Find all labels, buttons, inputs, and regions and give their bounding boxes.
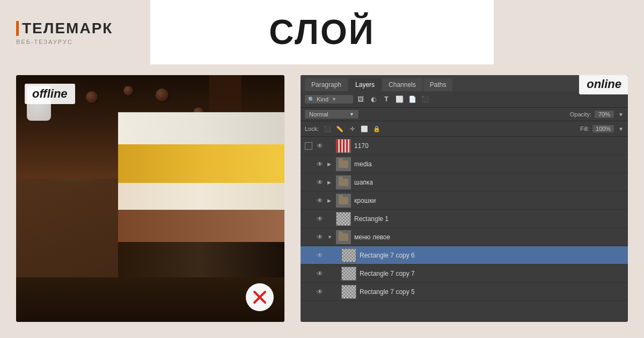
layer-name-rect7c7: Rectangle 7 copy 7 — [360, 270, 624, 277]
layer-row-media[interactable]: 👁 ▶ media — [301, 155, 628, 173]
tab-channels[interactable]: Channels — [382, 78, 422, 91]
cake-plate — [16, 277, 284, 322]
layer-thumb-media — [336, 157, 351, 171]
layer-thumb-1170 — [336, 139, 351, 153]
layer-expand-shapka[interactable]: ▶ — [327, 180, 333, 185]
layer-name-menu-left: меню левое — [354, 233, 624, 241]
lock-pixels-btn[interactable]: ✏️ — [334, 123, 345, 134]
logo-subtitle: ВЕБ-ТЕЗАУРУС — [16, 39, 123, 45]
cake-image — [16, 75, 284, 322]
cake-layer-cream — [118, 183, 284, 210]
kind-search-box[interactable]: 🔍 Kind ▼ — [305, 95, 353, 104]
layers-list: 👁 1170 👁 ▶ media 👁 ▶ — [301, 137, 628, 301]
logo-title: ТЕЛЕМАРК — [22, 20, 113, 37]
layer-row-menu-left[interactable]: 👁 ▼ меню левое — [301, 228, 628, 246]
ps-panel: online Paragraph Layers Channels Paths 🔍… — [301, 75, 628, 322]
layer-row-shapka[interactable]: 👁 ▶ шапка — [301, 173, 628, 192]
choc-ball-1 — [86, 91, 98, 103]
folder-icon-media — [339, 160, 348, 168]
layer-visibility-1170[interactable]: 👁 — [316, 142, 324, 150]
logo-section: ТЕЛЕМАРК ВЕБ-ТЕЗАУРУС — [0, 0, 140, 64]
layer-name-1170: 1170 — [354, 142, 624, 150]
cake-layer-brown — [118, 210, 284, 242]
center-title-section: СЛОЙ — [150, 0, 494, 64]
layer-icon-adjust[interactable]: ◐ — [368, 94, 379, 105]
layer-visibility-kroshki[interactable]: 👁 — [316, 196, 324, 205]
blend-dropdown-arrow: ▼ — [349, 112, 354, 117]
cake-layer-white — [118, 112, 284, 144]
online-badge: online — [579, 75, 628, 94]
fill-label: Fill: — [580, 126, 589, 132]
logo-accent-bar — [16, 21, 19, 36]
layer-expand-menu-left[interactable]: ▼ — [327, 234, 333, 240]
lock-label: Lock: — [305, 126, 319, 132]
cake-layer-yellow — [118, 144, 284, 183]
layer-row-rect7c7[interactable]: 👁 Rectangle 7 copy 7 — [301, 264, 628, 283]
lock-transparent-btn[interactable]: ⬛ — [322, 123, 333, 134]
lock-position-btn[interactable]: ✛ — [347, 123, 357, 134]
cake-cross-section — [118, 112, 284, 290]
ps-toolbar-row2: Normal ▼ Opacity: 70% ▼ — [301, 108, 628, 121]
layer-row-rect1[interactable]: 👁 Rectangle 1 — [301, 210, 628, 228]
main-content: offline online Paragraph Layers Channels… — [0, 64, 644, 338]
tab-paths[interactable]: Paths — [423, 78, 453, 91]
tab-paragraph[interactable]: Paragraph — [305, 78, 348, 91]
layer-thumb-shapka — [336, 175, 351, 189]
lock-artboard-btn[interactable]: ⬜ — [359, 123, 370, 134]
blend-mode-dropdown[interactable]: Normal ▼ — [305, 110, 358, 119]
choc-ball-2 — [123, 86, 133, 95]
layer-row-rect7c6[interactable]: 👁 Rectangle 7 copy 6 — [301, 246, 628, 264]
layer-expand-media[interactable]: ▶ — [327, 161, 333, 167]
layer-row-1170[interactable]: 👁 1170 — [301, 137, 628, 155]
center-title: СЛОЙ — [269, 12, 375, 52]
layer-visibility-rect7c5[interactable]: 👁 — [316, 288, 324, 296]
layer-row-kroshki[interactable]: 👁 ▶ крошки — [301, 192, 628, 210]
choc-ball-3 — [156, 89, 169, 101]
layer-icon-type[interactable]: T — [381, 94, 392, 105]
layer-icon-image[interactable]: 🖼 — [355, 94, 366, 105]
x-icon — [252, 289, 268, 305]
layer-thumb-rect7c7 — [341, 267, 356, 281]
layer-name-shapka: шапка — [354, 179, 624, 186]
top-bar: ТЕЛЕМАРК ВЕБ-ТЕЗАУРУС СЛОЙ — [0, 0, 644, 64]
layer-visibility-media[interactable]: 👁 — [316, 160, 324, 168]
layer-visibility-rect7c6[interactable]: 👁 — [316, 251, 324, 260]
tab-layers[interactable]: Layers — [349, 78, 381, 91]
layer-row-rect7c5[interactable]: 👁 Rectangle 7 copy 5 — [301, 283, 628, 301]
layer-name-rect7c5: Rectangle 7 copy 5 — [360, 288, 624, 296]
fill-dropdown-arrow: ▼ — [618, 126, 624, 132]
ps-toolbar-row3: Lock: ⬛ ✏️ ✛ ⬜ 🔒 Fill: 100% ▼ — [301, 121, 628, 137]
layer-name-rect1: Rectangle 1 — [354, 215, 624, 223]
layer-visibility-rect7c7[interactable]: 👁 — [316, 269, 324, 278]
offline-badge: offline — [25, 84, 75, 104]
cross-mark — [246, 283, 274, 311]
layer-thumb-rect7c5 — [341, 285, 356, 299]
layer-thumb-rect1 — [336, 212, 351, 226]
layer-thumb-kroshki — [336, 194, 351, 208]
kind-dropdown-arrow: ▼ — [332, 97, 336, 102]
folder-icon-menu-left — [339, 233, 348, 241]
folder-icon-kroshki — [339, 197, 348, 204]
opacity-value[interactable]: 70% — [595, 111, 614, 118]
left-panel: offline — [16, 75, 284, 322]
layer-name-media: media — [354, 160, 624, 168]
layer-icon-smart[interactable]: 📄 — [407, 94, 418, 105]
layer-visibility-shapka[interactable]: 👁 — [316, 178, 324, 187]
layer-visibility-rect1[interactable]: 👁 — [316, 215, 324, 223]
layer-name-rect7c6: Rectangle 7 copy 6 — [360, 252, 624, 259]
lock-icons: ⬛ ✏️ ✛ ⬜ 🔒 — [322, 123, 382, 134]
search-icon: 🔍 — [308, 97, 314, 102]
folder-icon-shapka — [339, 179, 348, 186]
layer-thumb-rect7c6 — [341, 248, 356, 262]
layer-thumb-menu-left — [336, 230, 351, 244]
layer-icon-pixel[interactable]: ⬛ — [420, 94, 430, 105]
opacity-label: Opacity: — [570, 111, 591, 117]
fill-value[interactable]: 100% — [592, 125, 614, 133]
layer-icon-shape[interactable]: ⬜ — [394, 94, 405, 105]
layer-expand-kroshki[interactable]: ▶ — [327, 198, 333, 203]
lock-all-btn[interactable]: 🔒 — [371, 123, 382, 134]
layer-visibility-menu-left[interactable]: 👁 — [316, 233, 324, 241]
opacity-dropdown-arrow: ▼ — [618, 112, 624, 117]
layer-checkbox-1170[interactable] — [305, 142, 312, 150]
right-spacer — [504, 0, 644, 64]
